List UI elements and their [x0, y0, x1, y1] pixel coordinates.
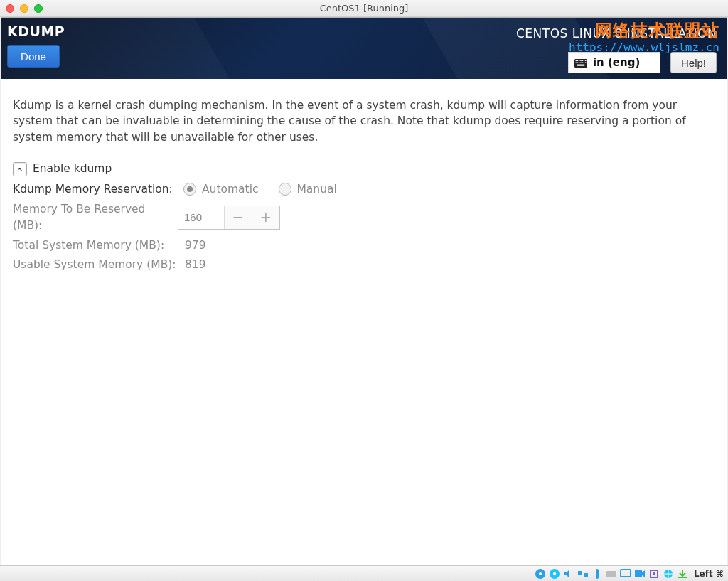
svg-rect-13	[584, 63, 585, 64]
usable-memory-label: Usable System Memory (MB):	[13, 257, 178, 272]
svg-rect-10	[579, 63, 580, 64]
svg-rect-3	[579, 60, 580, 62]
svg-rect-14	[585, 63, 587, 64]
radio-dot-icon	[279, 183, 291, 196]
kdump-form: ↖ Enable kdump Kdump Memory Reservation:…	[13, 161, 715, 272]
optical-icon[interactable]	[549, 568, 560, 580]
installer-header: 网络技术联盟站 https://www.wljslmz.cn KDUMP Don…	[1, 18, 727, 79]
host-key-label: Left ⌘	[694, 569, 724, 579]
svg-rect-12	[582, 63, 583, 64]
svg-rect-21	[584, 573, 588, 577]
svg-rect-7	[585, 60, 587, 62]
svg-rect-15	[577, 65, 585, 66]
total-memory-label: Total System Memory (MB):	[13, 238, 178, 253]
shared-folder-icon[interactable]	[606, 568, 617, 580]
memory-to-reserve-input[interactable]	[178, 206, 224, 229]
svg-rect-5	[582, 60, 583, 62]
radio-automatic-label: Automatic	[202, 181, 259, 197]
cpu-icon[interactable]	[648, 568, 660, 580]
watermark-url: https://www.wljslmz.cn	[569, 41, 719, 54]
enable-kdump-label: Enable kdump	[33, 161, 112, 176]
reservation-label: Kdump Memory Reservation:	[13, 181, 178, 197]
svg-rect-9	[577, 63, 579, 64]
svg-point-19	[553, 572, 556, 575]
svg-rect-1	[575, 60, 577, 62]
vm-window: CentOS1 [Running] 网络技术联盟站 https://www.wl…	[0, 0, 728, 581]
content-area: Kdump is a kernel crash dumping mechanis…	[1, 79, 727, 272]
reservation-manual-radio[interactable]: Manual	[279, 181, 337, 197]
radio-dot-icon	[183, 183, 196, 196]
display-icon[interactable]	[620, 568, 631, 580]
done-button[interactable]: Done	[7, 45, 60, 68]
vm-titlebar: CentOS1 [Running]	[0, 0, 728, 17]
host-key-indicator: Left ⌘	[694, 569, 724, 579]
svg-rect-22	[596, 569, 599, 579]
svg-rect-8	[575, 63, 577, 64]
kdump-description: Kdump is a kernel crash dumping mechanis…	[13, 97, 715, 145]
memory-increment-button[interactable]: +	[252, 206, 279, 229]
audio-icon[interactable]	[563, 568, 574, 580]
memory-to-reserve-spinbox: − +	[178, 206, 280, 230]
enable-kdump-checkbox[interactable]: ↖	[13, 162, 27, 176]
radio-manual-label: Manual	[297, 181, 337, 197]
vm-statusbar: Left ⌘	[0, 565, 728, 581]
help-button[interactable]: Help!	[670, 52, 717, 73]
svg-point-17	[539, 572, 542, 575]
page-title: KDUMP	[7, 23, 65, 39]
svg-rect-24	[621, 570, 631, 577]
recording-icon[interactable]	[634, 568, 646, 580]
network-icon[interactable]	[577, 568, 589, 580]
svg-rect-23	[606, 571, 616, 577]
cursor-icon: ↖	[18, 165, 23, 174]
svg-rect-29	[678, 577, 687, 578]
keyboard-icon	[574, 58, 587, 68]
svg-rect-2	[577, 60, 579, 62]
memory-to-reserve-label: Memory To Be Reserved (MB):	[13, 201, 178, 233]
keyboard-layout-selector[interactable]: in (eng)	[568, 52, 660, 73]
svg-rect-27	[653, 572, 655, 575]
svg-rect-4	[580, 60, 582, 62]
keyboard-layout-label: in (eng)	[593, 56, 640, 69]
usb-icon[interactable]	[592, 568, 603, 580]
memory-decrement-button[interactable]: −	[224, 206, 252, 229]
hdd-icon[interactable]	[535, 568, 546, 580]
svg-rect-11	[580, 63, 582, 64]
reservation-automatic-radio[interactable]: Automatic	[183, 181, 259, 197]
svg-rect-25	[635, 570, 642, 577]
svg-rect-6	[584, 60, 585, 62]
total-memory-value: 979	[178, 238, 715, 253]
mouse-integration-icon[interactable]	[663, 568, 674, 580]
svg-rect-20	[578, 571, 582, 575]
usable-memory-value: 819	[178, 257, 715, 272]
installer-window: 网络技术联盟站 https://www.wljslmz.cn KDUMP Don…	[1, 17, 727, 565]
keyboard-capture-icon[interactable]	[677, 568, 688, 580]
watermark-text: 网络技术联盟站	[595, 19, 719, 42]
vm-title: CentOS1 [Running]	[0, 3, 728, 14]
